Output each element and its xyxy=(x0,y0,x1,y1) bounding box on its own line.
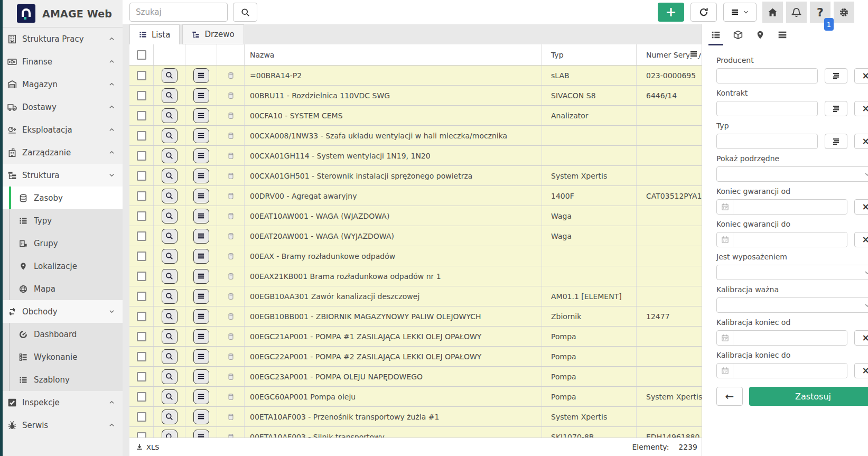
sidebar-item-zasoby[interactable]: Zasoby xyxy=(3,187,123,209)
sidebar-item-mapa[interactable]: Mapa xyxy=(3,277,123,300)
sidebar-item-dostawy[interactable]: Dostawy xyxy=(3,96,123,118)
column-menu-button[interactable] xyxy=(689,50,699,58)
row-menu-button[interactable] xyxy=(193,410,209,424)
row-menu-button[interactable] xyxy=(193,68,209,83)
row-preview-button[interactable] xyxy=(162,68,178,83)
row-preview-button[interactable] xyxy=(162,229,178,244)
row-preview-button[interactable] xyxy=(162,309,178,324)
row-checkbox[interactable] xyxy=(137,432,146,438)
filter-pick-button-producent[interactable] xyxy=(825,68,847,83)
collapse-panel-button[interactable]: ← xyxy=(716,387,743,406)
calendar-icon[interactable] xyxy=(717,364,733,378)
tab-drzewo[interactable]: Drzewo xyxy=(182,24,244,44)
row-checkbox[interactable] xyxy=(137,231,146,241)
select-all-checkbox[interactable] xyxy=(137,50,146,60)
filter-input-producent[interactable] xyxy=(716,68,818,83)
row-checkbox[interactable] xyxy=(137,392,146,402)
row-checkbox[interactable] xyxy=(137,211,146,221)
row-checkbox[interactable] xyxy=(137,332,146,341)
row-preview-button[interactable] xyxy=(162,108,178,123)
filter-input-typ[interactable] xyxy=(716,134,818,149)
row-preview-button[interactable] xyxy=(162,88,178,103)
sidebar-item-szablony[interactable]: Szablony xyxy=(3,368,123,391)
row-preview-button[interactable] xyxy=(162,349,178,364)
sidebar-item-eksploatacja[interactable]: Eksploatacja xyxy=(3,118,123,141)
filter-clear-button-koniec-gwarancji-od[interactable]: × xyxy=(854,199,868,215)
row-menu-button[interactable] xyxy=(193,249,209,264)
row-menu-button[interactable] xyxy=(193,128,209,143)
box-view-button[interactable] xyxy=(731,24,745,45)
filter-date-input-kalibracja-koniec-do[interactable] xyxy=(733,364,847,378)
filter-clear-button-kontrakt[interactable]: × xyxy=(854,101,868,116)
sidebar-item-magazyn[interactable]: Magazyn xyxy=(3,73,123,96)
row-checkbox[interactable] xyxy=(137,272,146,281)
search-input[interactable] xyxy=(129,3,228,22)
calendar-icon[interactable] xyxy=(717,232,733,247)
sidebar-item-struktura-pracy[interactable]: Struktura Pracy xyxy=(3,27,123,50)
column-header-typ[interactable]: Typ xyxy=(542,44,637,65)
row-preview-button[interactable] xyxy=(162,189,178,203)
row-checkbox[interactable] xyxy=(137,111,146,120)
tab-lista[interactable]: Lista xyxy=(129,24,180,44)
row-menu-button[interactable] xyxy=(193,309,209,324)
row-menu-button[interactable] xyxy=(193,349,209,364)
row-preview-button[interactable] xyxy=(162,209,178,224)
sidebar-item-lokalizacje[interactable]: Lokalizacje xyxy=(3,255,123,277)
row-preview-button[interactable] xyxy=(162,128,178,143)
filter-clear-button-kalibracja-koniec-do[interactable]: × xyxy=(854,363,868,378)
notifications-button[interactable] xyxy=(786,2,807,23)
row-menu-button[interactable] xyxy=(193,389,209,404)
row-menu-button[interactable] xyxy=(193,229,209,244)
calendar-icon[interactable] xyxy=(717,200,733,214)
row-checkbox[interactable] xyxy=(137,292,146,301)
row-preview-button[interactable] xyxy=(162,369,178,384)
filter-select-poka-podrz-dne[interactable] xyxy=(716,166,868,182)
filter-clear-button-kalibracja-koniec-od[interactable]: × xyxy=(854,330,868,346)
table-view-button[interactable] xyxy=(775,24,790,45)
sidebar-item-wykonanie[interactable]: Wykonanie xyxy=(3,346,123,368)
column-header-nazwa[interactable]: Nazwa xyxy=(245,44,542,65)
sidebar-item-zarz-dzanie[interactable]: Zarządzanie xyxy=(3,141,123,164)
row-checkbox[interactable] xyxy=(137,372,146,381)
sidebar-item-obchody[interactable]: Obchody xyxy=(3,300,123,323)
row-preview-button[interactable] xyxy=(162,329,178,344)
settings-button[interactable] xyxy=(834,2,854,23)
filter-input-kontrakt[interactable] xyxy=(716,101,818,116)
row-menu-button[interactable] xyxy=(193,289,209,304)
row-checkbox[interactable] xyxy=(137,71,146,80)
row-preview-button[interactable] xyxy=(162,389,178,404)
sidebar-item-serwis[interactable]: Serwis xyxy=(3,414,123,436)
row-menu-button[interactable] xyxy=(193,329,209,344)
add-button[interactable]: + xyxy=(658,3,684,22)
export-xls-button[interactable]: XLS xyxy=(136,443,159,451)
refresh-button[interactable] xyxy=(690,3,717,22)
calendar-icon[interactable] xyxy=(717,331,733,345)
filter-clear-button-koniec-gwarancji-do[interactable]: × xyxy=(854,232,868,247)
row-preview-button[interactable] xyxy=(162,148,178,163)
row-checkbox[interactable] xyxy=(137,171,146,181)
row-preview-button[interactable] xyxy=(162,169,178,183)
sidebar-item-inspekcje[interactable]: Inspekcje xyxy=(3,391,123,414)
row-preview-button[interactable] xyxy=(162,269,178,284)
row-menu-button[interactable] xyxy=(193,430,209,438)
filter-clear-button-typ[interactable]: × xyxy=(854,134,868,149)
search-button[interactable] xyxy=(233,3,257,22)
row-menu-button[interactable] xyxy=(193,269,209,284)
filter-pick-button-kontrakt[interactable] xyxy=(825,101,847,116)
row-menu-button[interactable] xyxy=(193,209,209,224)
row-menu-button[interactable] xyxy=(193,169,209,183)
sidebar-item-typy[interactable]: Typy xyxy=(3,209,123,232)
row-menu-button[interactable] xyxy=(193,88,209,103)
help-button[interactable]: ? 1 xyxy=(810,2,830,23)
sidebar-item-dashboard[interactable]: Dashboard xyxy=(3,323,123,346)
row-checkbox[interactable] xyxy=(137,151,146,161)
row-checkbox[interactable] xyxy=(137,412,146,422)
row-checkbox[interactable] xyxy=(137,131,146,141)
list-view-button[interactable] xyxy=(708,24,723,45)
row-menu-button[interactable] xyxy=(193,148,209,163)
sidebar-item-struktura[interactable]: Struktura xyxy=(3,164,123,187)
row-menu-button[interactable] xyxy=(193,369,209,384)
row-checkbox[interactable] xyxy=(137,312,146,321)
row-checkbox[interactable] xyxy=(137,191,146,201)
apply-filters-button[interactable]: Zastosuj xyxy=(749,387,868,406)
